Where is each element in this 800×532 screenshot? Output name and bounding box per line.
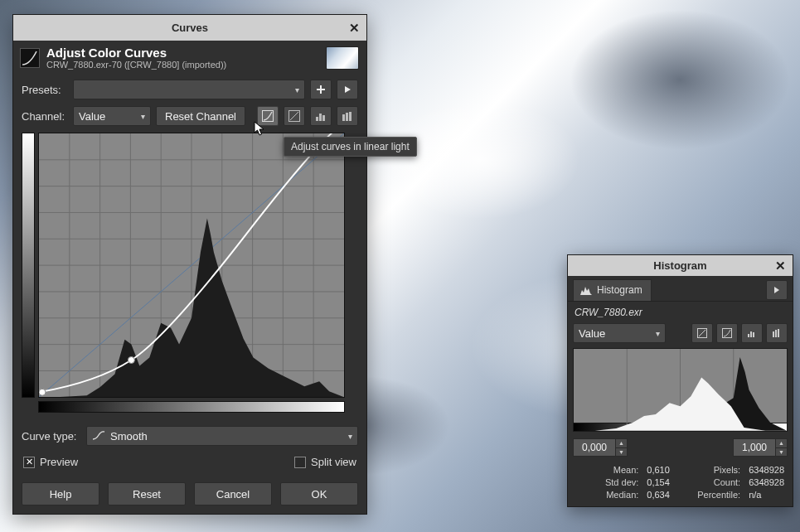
row-presets: Presets: ▾ [13, 76, 366, 103]
curve-canvas[interactable] [38, 133, 345, 398]
spin-down-icon[interactable]: ▼ [776, 448, 787, 457]
svg-rect-38 [778, 329, 779, 337]
splitview-label: Split view [311, 456, 356, 468]
histogram-stats: Mean: 0,610 Pixels: 6348928 Std dev: 0,1… [568, 462, 793, 506]
stat-pixels-label: Pixels: [678, 465, 740, 475]
curves-heading: Adjust Color Curves [46, 46, 320, 60]
curves-window-title: Curves [172, 22, 208, 34]
svg-rect-34 [750, 331, 752, 337]
curve-type-label: Curve type: [22, 430, 81, 443]
histogram-controls: Value ▾ [568, 322, 793, 348]
spin-down-icon[interactable]: ▼ [616, 448, 627, 457]
cancel-button[interactable]: Cancel [194, 482, 272, 505]
curve-type-value: Smooth [110, 430, 148, 443]
row-channel: Channel: Value ▾ Reset Channel [13, 103, 366, 129]
checkbox-icon [294, 457, 306, 468]
svg-point-29 [128, 357, 134, 364]
svg-line-2 [290, 112, 298, 120]
channel-label: Channel: [22, 110, 68, 123]
svg-rect-36 [773, 331, 774, 337]
stat-std-label: Std dev: [576, 477, 638, 487]
splitview-checkbox[interactable]: Split view [294, 456, 356, 468]
histo-view-a-toggle[interactable] [741, 323, 763, 343]
histogram-channel-combo[interactable]: Value ▾ [573, 323, 666, 343]
histo-view-b-toggle[interactable] [766, 323, 788, 343]
chevron-down-icon: ▾ [656, 329, 660, 338]
histogram-titlebar[interactable]: Histogram ✕ [568, 255, 793, 276]
histo-linear-toggle[interactable] [691, 323, 713, 343]
spin-up-icon[interactable]: ▲ [776, 439, 787, 448]
output-gradient [22, 133, 35, 398]
spin-up-icon[interactable]: ▲ [616, 439, 627, 448]
close-icon[interactable]: ✕ [347, 21, 361, 36]
input-gradient [38, 401, 345, 413]
histogram-canvas[interactable] [573, 348, 788, 423]
histogram-window-title: Histogram [653, 259, 706, 272]
stat-count-label: Count: [678, 477, 740, 487]
preview-checkbox[interactable]: ✕ Preview [23, 456, 78, 468]
curve-editor [22, 133, 358, 413]
svg-rect-6 [342, 114, 345, 121]
presets-combo[interactable]: ▾ [73, 80, 305, 99]
curves-icon [20, 48, 40, 68]
add-preset-button[interactable] [310, 80, 332, 99]
stat-std-value: 0,154 [647, 477, 670, 487]
ok-button[interactable]: OK [280, 482, 358, 505]
histogram-linear-toggle[interactable] [310, 106, 332, 126]
channel-combo[interactable]: Value ▾ [73, 106, 151, 126]
tab-histogram[interactable]: Histogram [573, 279, 652, 301]
histogram-icon [580, 285, 592, 295]
svg-rect-37 [775, 330, 777, 337]
svg-rect-7 [346, 113, 348, 121]
range-high-spin[interactable]: ▲▼ [733, 438, 788, 457]
svg-rect-5 [322, 115, 325, 121]
svg-rect-3 [316, 117, 318, 121]
stat-percentile-label: Percentile: [678, 490, 740, 500]
svg-line-31 [699, 330, 705, 336]
range-high-input[interactable] [733, 438, 776, 457]
svg-rect-35 [753, 332, 754, 337]
stat-median-value: 0,634 [647, 490, 670, 500]
histogram-tab-row: Histogram [568, 276, 793, 302]
svg-rect-8 [349, 112, 352, 121]
smooth-curve-icon [92, 431, 105, 441]
curve-type-combo[interactable]: Smooth ▾ [86, 426, 358, 446]
svg-point-28 [39, 389, 46, 395]
reset-channel-button[interactable]: Reset Channel [156, 106, 245, 126]
row-checks: ✕ Preview Split view [13, 449, 366, 472]
curves-header: Adjust Color Curves CRW_7880.exr-70 ([CR… [13, 41, 366, 76]
histogram-range-row: ▲▼ ▲▼ [568, 432, 793, 462]
curves-preview-thumb [327, 47, 358, 69]
curves-subheading: CRW_7880.exr-70 ([CRW_7880] (imported)) [46, 60, 320, 70]
curves-dialog: Curves ✕ Adjust Color Curves CRW_7880.ex… [12, 14, 367, 515]
stat-mean-value: 0,610 [647, 465, 670, 475]
checkbox-icon: ✕ [23, 457, 35, 468]
help-button[interactable]: Help [22, 482, 99, 505]
linear-light-toggle[interactable] [257, 106, 279, 126]
chevron-down-icon: ▾ [295, 85, 299, 94]
tab-menu-button[interactable] [766, 280, 788, 300]
tooltip-linear-light: Adjust curves in linear light [284, 137, 417, 157]
close-icon[interactable]: ✕ [773, 259, 788, 273]
stat-mean-label: Mean: [576, 465, 638, 475]
tab-histogram-label: Histogram [597, 284, 642, 296]
chevron-down-icon: ▾ [348, 432, 352, 441]
range-low-input[interactable] [573, 438, 616, 457]
presets-menu-button[interactable] [337, 80, 358, 99]
stat-count-value: 6348928 [749, 477, 784, 487]
stat-median-label: Median: [576, 490, 638, 500]
histogram-file-label: CRW_7880.exr [568, 302, 793, 322]
histogram-log-toggle[interactable] [337, 106, 358, 126]
presets-label: Presets: [22, 84, 68, 96]
stat-pixels-value: 6348928 [749, 465, 784, 475]
svg-rect-4 [319, 114, 322, 121]
range-low-spin[interactable]: ▲▼ [573, 438, 628, 457]
reset-button[interactable]: Reset [108, 482, 186, 505]
curves-titlebar[interactable]: Curves ✕ [13, 15, 366, 41]
perceptual-toggle[interactable] [284, 106, 305, 126]
histo-log-h-toggle[interactable] [716, 323, 738, 343]
stat-percentile-value: n/a [749, 490, 784, 500]
histogram-channel-value: Value [579, 327, 605, 340]
svg-rect-33 [748, 334, 749, 337]
histogram-panel: Histogram ✕ Histogram CRW_7880.exr Value… [567, 254, 793, 507]
